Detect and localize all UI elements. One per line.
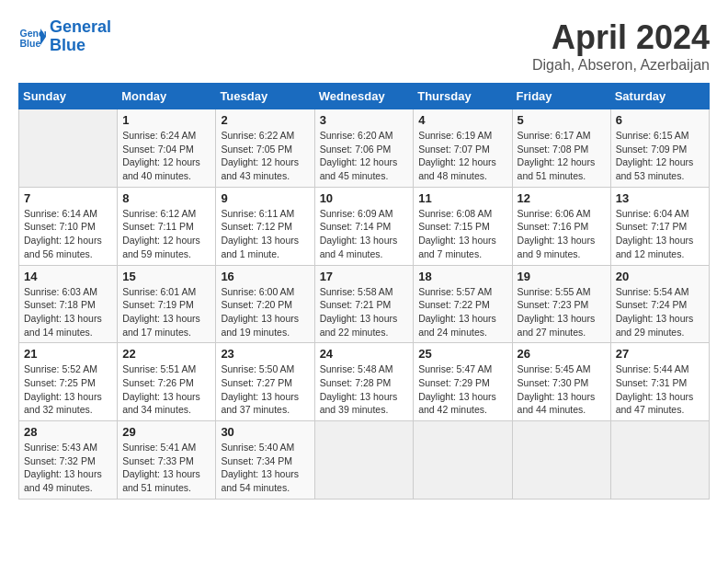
logo: General Blue General Blue	[18, 18, 111, 55]
calendar-cell: 6Sunrise: 6:15 AM Sunset: 7:09 PM Daylig…	[610, 109, 709, 188]
day-info: Sunrise: 5:40 AM Sunset: 7:34 PM Dayligh…	[221, 441, 309, 495]
day-number: 6	[616, 113, 704, 127]
day-info: Sunrise: 6:00 AM Sunset: 7:20 PM Dayligh…	[221, 285, 309, 339]
day-number: 20	[616, 270, 704, 283]
day-info: Sunrise: 6:12 AM Sunset: 7:11 PM Dayligh…	[122, 207, 210, 261]
calendar-cell	[19, 109, 118, 188]
day-number: 9	[221, 191, 309, 205]
day-info: Sunrise: 6:24 AM Sunset: 7:04 PM Dayligh…	[122, 129, 210, 183]
day-number: 5	[518, 113, 606, 127]
day-info: Sunrise: 5:41 AM Sunset: 7:33 PM Dayligh…	[122, 441, 210, 495]
weekday-header-cell: Saturday	[610, 84, 709, 109]
calendar-week-row: 28Sunrise: 5:43 AM Sunset: 7:32 PM Dayli…	[19, 421, 710, 500]
logo-line2: Blue	[50, 37, 111, 55]
day-number: 30	[221, 425, 309, 439]
day-number: 7	[24, 191, 112, 205]
day-info: Sunrise: 5:54 AM Sunset: 7:24 PM Dayligh…	[616, 285, 704, 339]
day-info: Sunrise: 5:55 AM Sunset: 7:23 PM Dayligh…	[518, 285, 606, 339]
day-number: 28	[24, 425, 112, 439]
day-number: 12	[518, 191, 606, 205]
day-info: Sunrise: 5:50 AM Sunset: 7:27 PM Dayligh…	[221, 362, 309, 417]
calendar-cell: 17Sunrise: 5:58 AM Sunset: 7:21 PM Dayli…	[314, 265, 414, 343]
day-number: 13	[616, 191, 704, 205]
day-info: Sunrise: 6:22 AM Sunset: 7:05 PM Dayligh…	[221, 129, 309, 183]
calendar-cell: 25Sunrise: 5:47 AM Sunset: 7:29 PM Dayli…	[414, 343, 512, 421]
day-info: Sunrise: 5:48 AM Sunset: 7:28 PM Dayligh…	[320, 362, 409, 417]
calendar-cell	[610, 421, 709, 500]
day-number: 29	[122, 425, 210, 439]
weekday-header-cell: Sunday	[19, 84, 118, 109]
calendar-week-row: 1Sunrise: 6:24 AM Sunset: 7:04 PM Daylig…	[19, 109, 710, 188]
calendar-week-row: 7Sunrise: 6:14 AM Sunset: 7:10 PM Daylig…	[19, 187, 710, 265]
day-info: Sunrise: 5:51 AM Sunset: 7:26 PM Dayligh…	[122, 362, 210, 417]
calendar-body: 1Sunrise: 6:24 AM Sunset: 7:04 PM Daylig…	[19, 109, 710, 500]
calendar-cell: 15Sunrise: 6:01 AM Sunset: 7:19 PM Dayli…	[118, 265, 216, 343]
calendar-cell: 24Sunrise: 5:48 AM Sunset: 7:28 PM Dayli…	[314, 343, 414, 421]
header: General Blue General Blue April 2024 Dig…	[18, 18, 710, 74]
calendar-cell: 5Sunrise: 6:17 AM Sunset: 7:08 PM Daylig…	[512, 109, 610, 188]
day-number: 4	[418, 113, 506, 127]
calendar-cell: 3Sunrise: 6:20 AM Sunset: 7:06 PM Daylig…	[314, 109, 414, 188]
day-number: 15	[122, 270, 210, 283]
weekday-header-cell: Monday	[118, 84, 216, 109]
logo-icon: General Blue	[18, 23, 46, 51]
day-number: 2	[221, 113, 309, 127]
calendar-cell: 26Sunrise: 5:45 AM Sunset: 7:30 PM Dayli…	[512, 343, 610, 421]
day-number: 25	[418, 347, 506, 361]
calendar-cell: 23Sunrise: 5:50 AM Sunset: 7:27 PM Dayli…	[216, 343, 314, 421]
day-number: 14	[24, 270, 112, 283]
day-info: Sunrise: 6:03 AM Sunset: 7:18 PM Dayligh…	[24, 285, 112, 339]
calendar-cell: 4Sunrise: 6:19 AM Sunset: 7:07 PM Daylig…	[414, 109, 512, 188]
day-info: Sunrise: 5:58 AM Sunset: 7:21 PM Dayligh…	[320, 285, 409, 339]
day-info: Sunrise: 5:45 AM Sunset: 7:30 PM Dayligh…	[518, 362, 606, 417]
calendar-cell: 1Sunrise: 6:24 AM Sunset: 7:04 PM Daylig…	[118, 109, 216, 188]
calendar-table: SundayMondayTuesdayWednesdayThursdayFrid…	[18, 83, 710, 500]
day-number: 17	[320, 270, 409, 283]
day-info: Sunrise: 6:08 AM Sunset: 7:15 PM Dayligh…	[418, 207, 506, 261]
weekday-header-row: SundayMondayTuesdayWednesdayThursdayFrid…	[19, 84, 710, 109]
calendar-cell: 13Sunrise: 6:04 AM Sunset: 7:17 PM Dayli…	[610, 187, 709, 265]
day-info: Sunrise: 6:01 AM Sunset: 7:19 PM Dayligh…	[122, 285, 210, 339]
svg-text:Blue: Blue	[20, 38, 41, 49]
day-info: Sunrise: 6:19 AM Sunset: 7:07 PM Dayligh…	[418, 129, 506, 183]
day-info: Sunrise: 5:52 AM Sunset: 7:25 PM Dayligh…	[24, 362, 112, 417]
calendar-cell: 9Sunrise: 6:11 AM Sunset: 7:12 PM Daylig…	[216, 187, 314, 265]
day-info: Sunrise: 5:47 AM Sunset: 7:29 PM Dayligh…	[418, 362, 506, 417]
calendar-cell: 27Sunrise: 5:44 AM Sunset: 7:31 PM Dayli…	[610, 343, 709, 421]
day-number: 21	[24, 347, 112, 361]
day-info: Sunrise: 5:57 AM Sunset: 7:22 PM Dayligh…	[418, 285, 506, 339]
weekday-header-cell: Tuesday	[216, 84, 314, 109]
logo-line1: General	[50, 18, 111, 37]
day-number: 22	[122, 347, 210, 361]
day-info: Sunrise: 6:15 AM Sunset: 7:09 PM Dayligh…	[616, 129, 704, 183]
calendar-cell	[314, 421, 414, 500]
calendar-cell: 30Sunrise: 5:40 AM Sunset: 7:34 PM Dayli…	[216, 421, 314, 500]
calendar-cell: 29Sunrise: 5:41 AM Sunset: 7:33 PM Dayli…	[118, 421, 216, 500]
day-info: Sunrise: 5:43 AM Sunset: 7:32 PM Dayligh…	[24, 441, 112, 495]
calendar-week-row: 21Sunrise: 5:52 AM Sunset: 7:25 PM Dayli…	[19, 343, 710, 421]
day-info: Sunrise: 6:14 AM Sunset: 7:10 PM Dayligh…	[24, 207, 112, 261]
calendar-cell: 16Sunrise: 6:00 AM Sunset: 7:20 PM Dayli…	[216, 265, 314, 343]
calendar-cell: 8Sunrise: 6:12 AM Sunset: 7:11 PM Daylig…	[118, 187, 216, 265]
calendar-cell: 14Sunrise: 6:03 AM Sunset: 7:18 PM Dayli…	[19, 265, 118, 343]
calendar-cell	[512, 421, 610, 500]
weekday-header-cell: Thursday	[414, 84, 512, 109]
day-info: Sunrise: 6:11 AM Sunset: 7:12 PM Dayligh…	[221, 207, 309, 261]
calendar-cell: 28Sunrise: 5:43 AM Sunset: 7:32 PM Dayli…	[19, 421, 118, 500]
weekday-header-cell: Wednesday	[314, 84, 414, 109]
day-number: 23	[221, 347, 309, 361]
calendar-cell: 10Sunrise: 6:09 AM Sunset: 7:14 PM Dayli…	[314, 187, 414, 265]
calendar-cell: 11Sunrise: 6:08 AM Sunset: 7:15 PM Dayli…	[414, 187, 512, 265]
day-info: Sunrise: 6:06 AM Sunset: 7:16 PM Dayligh…	[518, 207, 606, 261]
calendar-cell: 18Sunrise: 5:57 AM Sunset: 7:22 PM Dayli…	[414, 265, 512, 343]
calendar-week-row: 14Sunrise: 6:03 AM Sunset: 7:18 PM Dayli…	[19, 265, 710, 343]
day-number: 19	[518, 270, 606, 283]
calendar-cell	[414, 421, 512, 500]
day-number: 18	[418, 270, 506, 283]
day-number: 11	[418, 191, 506, 205]
day-number: 3	[320, 113, 409, 127]
day-number: 26	[518, 347, 606, 361]
calendar-cell: 2Sunrise: 6:22 AM Sunset: 7:05 PM Daylig…	[216, 109, 314, 188]
day-number: 1	[122, 113, 210, 127]
day-info: Sunrise: 5:44 AM Sunset: 7:31 PM Dayligh…	[616, 362, 704, 417]
